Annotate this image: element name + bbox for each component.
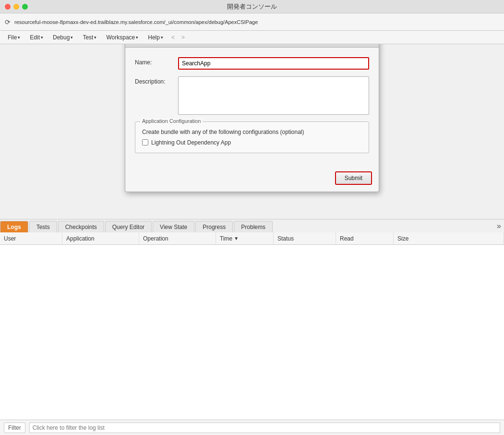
expand-icon[interactable]: » — [497, 222, 501, 230]
description-input[interactable] — [178, 76, 369, 115]
traffic-lights — [5, 4, 28, 10]
menu-help[interactable]: Help ▾ — [144, 33, 167, 42]
app-config-legend: Application Configuration — [140, 118, 203, 124]
col-header-operation[interactable]: Operation — [139, 232, 216, 244]
main-area: New Lightning Bundle × Name: Description… — [0, 44, 504, 219]
dialog-footer: Submit — [125, 168, 379, 192]
name-input[interactable] — [178, 57, 369, 70]
lightning-out-row: Lightning Out Dependency App — [142, 139, 362, 146]
menu-file[interactable]: File ▾ — [4, 33, 24, 42]
name-row: Name: — [135, 57, 369, 70]
col-header-read[interactable]: Read — [336, 232, 394, 244]
title-bar: 開発者コンソール — [0, 0, 504, 13]
dialog-overlay: New Lightning Bundle × Name: Description… — [0, 44, 504, 219]
tab-query-editor[interactable]: Query Editor — [105, 221, 152, 232]
filter-bar: Filter — [0, 420, 504, 435]
col-header-status[interactable]: Status — [274, 232, 336, 244]
new-lightning-bundle-dialog: New Lightning Bundle × Name: Description… — [125, 44, 379, 192]
tab-logs[interactable]: Logs — [0, 221, 28, 232]
filter-input[interactable] — [29, 423, 500, 433]
refresh-icon[interactable]: ⟳ — [5, 18, 11, 26]
description-row: Description: — [135, 76, 369, 115]
lightning-out-checkbox[interactable] — [142, 139, 148, 145]
nav-next-button[interactable]: > — [179, 33, 187, 42]
url-display: resourceful-moose-8pmaxx-dev-ed.trailbla… — [14, 19, 499, 25]
bottom-tabs: Logs Tests Checkpoints Query Editor View… — [0, 219, 504, 232]
log-body — [0, 245, 504, 420]
dialog-body: Name: Description: Application Configura… — [125, 48, 379, 168]
menu-workspace[interactable]: Workspace ▾ — [102, 33, 142, 42]
menu-bar: File ▾ Edit ▾ Debug ▾ Test ▾ Workspace ▾… — [0, 31, 504, 44]
tab-problems[interactable]: Problems — [234, 221, 273, 232]
col-header-size[interactable]: Size — [394, 232, 504, 244]
nav-prev-button[interactable]: < — [169, 33, 177, 42]
app-config-section: Application Configuration Create bundle … — [135, 121, 369, 153]
col-header-user[interactable]: User — [0, 232, 62, 244]
menu-edit[interactable]: Edit ▾ — [26, 33, 47, 42]
menu-debug[interactable]: Debug ▾ — [49, 33, 77, 42]
menu-test[interactable]: Test ▾ — [79, 33, 100, 42]
close-window-button[interactable] — [5, 4, 11, 10]
name-label: Name: — [135, 57, 178, 66]
time-sort-arrow: ▼ — [234, 236, 239, 241]
tab-progress[interactable]: Progress — [195, 221, 233, 232]
maximize-window-button[interactable] — [22, 4, 28, 10]
log-table-header: User Application Operation Time ▼ Status… — [0, 232, 504, 245]
address-bar: ⟳ resourceful-moose-8pmaxx-dev-ed.trailb… — [0, 13, 504, 31]
col-header-time[interactable]: Time ▼ — [216, 232, 274, 244]
description-label: Description: — [135, 76, 178, 85]
submit-button[interactable]: Submit — [335, 171, 372, 185]
tab-view-state[interactable]: View State — [153, 221, 194, 232]
window-title: 開発者コンソール — [227, 2, 277, 11]
tab-tests[interactable]: Tests — [29, 221, 57, 232]
lightning-out-label: Lightning Out Dependency App — [151, 139, 231, 146]
filter-label: Filter — [4, 423, 25, 433]
minimize-window-button[interactable] — [13, 4, 19, 10]
app-config-description: Create bundle with any of the following … — [142, 129, 362, 135]
col-header-application[interactable]: Application — [62, 232, 139, 244]
tab-checkpoints[interactable]: Checkpoints — [58, 221, 104, 232]
